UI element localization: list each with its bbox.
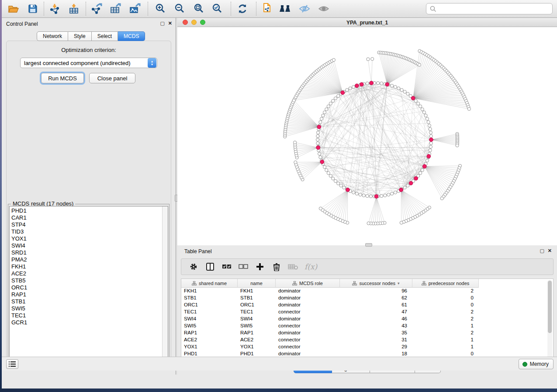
network-node[interactable] <box>417 102 420 105</box>
network-node[interactable] <box>406 184 409 187</box>
mcds-result-item[interactable]: STB1 <box>10 298 168 305</box>
network-node[interactable] <box>319 156 322 159</box>
cell-successor_nodes[interactable]: 62 <box>340 295 412 302</box>
export-image-button[interactable] <box>128 2 142 15</box>
table-row[interactable]: STB1STB1dominator620 <box>181 295 553 302</box>
network-node[interactable] <box>366 82 369 85</box>
network-node[interactable] <box>369 195 372 198</box>
network-node[interactable] <box>323 111 326 114</box>
cell-successor_nodes[interactable]: 31 <box>340 337 412 344</box>
table-row[interactable]: YOX1YOX1connector291 <box>181 344 553 351</box>
network-node[interactable] <box>428 124 431 127</box>
column-header-predecessor-nodes[interactable]: predecessor nodes <box>412 279 479 288</box>
network-window-titlebar[interactable]: YPA_prune.txt_1 <box>177 18 557 27</box>
cell-predecessor_nodes[interactable]: 1 <box>412 337 479 344</box>
table-row[interactable]: ORC1ORC1dominator610 <box>181 302 553 309</box>
network-node[interactable] <box>429 149 432 152</box>
cell-predecessor_nodes[interactable]: 2 <box>412 316 479 323</box>
cell-successor_nodes[interactable]: 47 <box>340 309 412 316</box>
network-node[interactable] <box>319 207 322 210</box>
cell-name[interactable]: TEC1 <box>238 309 276 316</box>
network-node[interactable] <box>380 82 383 85</box>
mcds-hub-node[interactable] <box>414 176 418 180</box>
cell-mcds_role[interactable]: dominator <box>276 295 340 302</box>
mcds-hub-node[interactable] <box>409 181 413 185</box>
network-canvas[interactable] <box>177 27 557 245</box>
network-node[interactable] <box>292 99 295 102</box>
network-node[interactable] <box>329 174 332 177</box>
network-node[interactable] <box>294 161 297 164</box>
network-node[interactable] <box>316 134 319 138</box>
tab-network[interactable]: Network <box>37 31 68 41</box>
mcds-result-item[interactable]: STB5 <box>10 277 168 284</box>
tab-mcds[interactable]: MCDS <box>118 31 145 41</box>
mcds-hub-node[interactable] <box>411 96 415 100</box>
cell-successor_nodes[interactable]: 46 <box>340 316 412 323</box>
network-node[interactable] <box>406 92 409 95</box>
cell-successor_nodes[interactable]: 96 <box>340 288 412 295</box>
network-node[interactable] <box>424 114 427 117</box>
cell-mcds_role[interactable]: dominator <box>276 302 340 309</box>
task-history-button[interactable] <box>6 359 18 369</box>
network-node[interactable] <box>371 57 374 60</box>
network-node[interactable] <box>397 87 400 90</box>
mcds-hub-node[interactable] <box>320 160 324 164</box>
network-node[interactable] <box>316 131 319 134</box>
network-node[interactable] <box>334 179 337 182</box>
mcds-result-item[interactable]: GCR1 <box>10 319 168 326</box>
network-node[interactable] <box>403 90 406 93</box>
column-header-MCDS-role[interactable]: MCDS role <box>276 279 340 288</box>
network-node[interactable] <box>334 97 337 100</box>
network-node[interactable] <box>387 193 390 196</box>
open-file-button[interactable] <box>6 2 21 15</box>
zoom-in-button[interactable] <box>153 2 168 15</box>
table-row[interactable]: SWI4SWI4dominator462 <box>181 316 553 323</box>
zoom-selected-button[interactable] <box>210 2 225 15</box>
network-node[interactable] <box>440 197 443 200</box>
tab-style[interactable]: Style <box>68 31 92 41</box>
network-node[interactable] <box>366 194 369 197</box>
network-node[interactable] <box>352 86 355 89</box>
cell-name[interactable]: ORC1 <box>238 302 276 309</box>
refresh-view-button[interactable] <box>235 2 250 15</box>
network-node[interactable] <box>400 221 403 224</box>
table-row[interactable]: TEC1TEC1connector472 <box>181 309 553 316</box>
cell-name[interactable]: SWI4 <box>238 316 276 323</box>
network-node[interactable] <box>380 194 383 197</box>
network-node[interactable] <box>456 144 459 147</box>
mcds-hub-node[interactable] <box>399 188 403 192</box>
add-column-button[interactable] <box>255 261 265 272</box>
export-table-button[interactable] <box>108 2 123 15</box>
close-panel-button[interactable]: Close panel <box>89 73 135 83</box>
column-header-name[interactable]: name <box>238 279 276 288</box>
mcds-result-item[interactable]: STP4 <box>10 221 168 228</box>
network-node[interactable] <box>352 191 355 194</box>
cell-mcds_role[interactable]: dominator <box>276 316 340 323</box>
network-node[interactable] <box>418 63 421 66</box>
delete-column-button[interactable] <box>271 261 282 272</box>
mcds-result-item[interactable]: ACE2 <box>10 270 168 277</box>
network-node[interactable] <box>329 102 332 105</box>
table-scrollbar-thumb[interactable] <box>548 281 552 333</box>
mcds-result-item[interactable]: RAP1 <box>10 291 168 298</box>
mcds-result-item[interactable]: SRD1 <box>10 249 168 256</box>
mcds-hub-node[interactable] <box>341 91 345 95</box>
network-node[interactable] <box>343 186 346 189</box>
mcds-hub-node[interactable] <box>370 81 374 85</box>
mcds-hub-node[interactable] <box>360 83 363 86</box>
mcds-result-list[interactable]: PHD1CAR1STP4TID3YOX1SWI4SRD1PMA2FKH1ACE2… <box>9 206 168 364</box>
run-mcds-button[interactable]: Run MCDS <box>41 73 84 83</box>
mcds-result-item[interactable]: PMA2 <box>10 256 168 263</box>
network-node[interactable] <box>422 111 426 114</box>
mcds-list-scrollbar[interactable] <box>162 206 168 364</box>
network-node[interactable] <box>349 87 352 90</box>
cell-mcds_role[interactable]: connector <box>276 323 340 330</box>
cell-name[interactable]: ACE2 <box>238 337 276 344</box>
table-settings-button[interactable] <box>188 261 199 272</box>
network-node[interactable] <box>377 82 380 85</box>
cell-shared_name[interactable]: TEC1 <box>181 309 238 316</box>
network-node[interactable] <box>294 141 297 144</box>
save-session-button[interactable] <box>25 2 40 15</box>
select-all-button[interactable] <box>221 261 232 272</box>
show-graphics-details-button[interactable] <box>316 2 331 15</box>
